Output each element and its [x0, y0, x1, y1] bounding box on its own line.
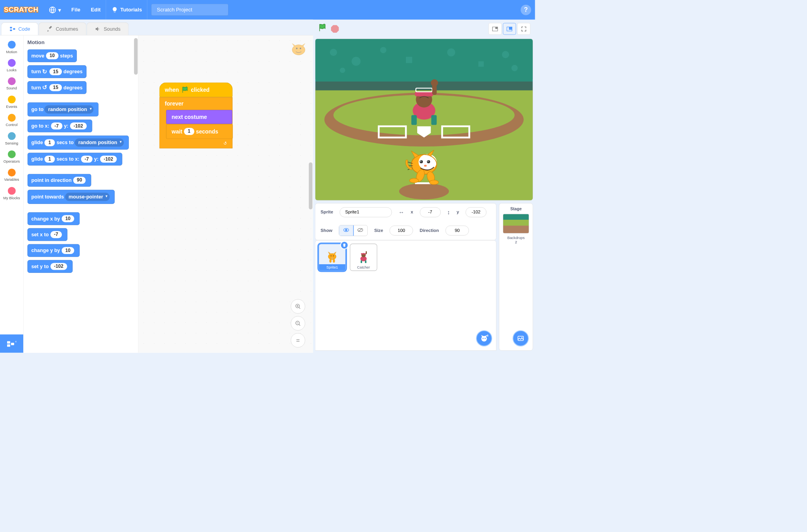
svg-point-59: [331, 256, 331, 256]
tab-code[interactable]: Code: [1, 22, 38, 35]
script-stack[interactable]: when clicked forever next costume wait: [159, 83, 232, 148]
point-towards-dropdown[interactable]: mouse-pointer: [65, 193, 110, 201]
svg-point-62: [333, 259, 335, 263]
direction-input[interactable]: [445, 226, 469, 235]
category-sound[interactable]: Sound: [0, 75, 23, 93]
svg-point-74: [521, 337, 522, 338]
project-title-input[interactable]: [151, 4, 229, 16]
add-extension-button[interactable]: +: [0, 334, 23, 352]
stage-selector[interactable]: Stage Backdrops 2: [499, 203, 533, 351]
svg-rect-14: [496, 27, 498, 29]
y-label: y: [457, 209, 459, 215]
svg-rect-49: [406, 57, 412, 63]
block-change-y[interactable]: change y by 10: [28, 244, 80, 257]
category-looks[interactable]: Looks: [0, 56, 23, 74]
svg-point-41: [424, 165, 427, 167]
workspace-scrollbar[interactable]: [309, 162, 312, 209]
block-wait[interactable]: wait 1 seconds: [166, 124, 233, 139]
svg-point-58: [328, 254, 336, 260]
editor-tabs: Code Costumes Sounds: [0, 20, 313, 35]
extension-icon: +: [7, 340, 17, 348]
category-variables[interactable]: Variables: [0, 166, 23, 184]
show-visible-button[interactable]: [339, 225, 353, 236]
svg-rect-2: [10, 30, 12, 31]
cat-face-icon: +: [480, 334, 488, 343]
sprite-tile-sprite1[interactable]: Sprite1: [318, 244, 346, 271]
size-input[interactable]: [390, 226, 413, 235]
svg-point-37: [420, 160, 423, 163]
language-menu[interactable]: ▾: [44, 0, 66, 20]
y-input[interactable]: [466, 207, 487, 217]
svg-point-39: [427, 160, 430, 163]
svg-point-50: [447, 48, 456, 56]
main-area: Code Costumes Sounds Motion Looks Sound …: [0, 20, 535, 353]
fullscreen-button[interactable]: [517, 23, 530, 35]
block-forever[interactable]: forever next costume wait 1 seconds ↻: [159, 97, 232, 148]
scratch-logo[interactable]: SCRATCH: [4, 6, 39, 14]
block-set-x[interactable]: set x to -7: [28, 228, 67, 241]
block-when-flag-clicked[interactable]: when clicked: [159, 83, 232, 97]
block-change-x[interactable]: change x by 10: [28, 212, 80, 225]
category-control[interactable]: Control: [0, 111, 23, 129]
tab-sounds[interactable]: Sounds: [87, 22, 128, 35]
sprite-tile-catcher[interactable]: Catcher: [350, 244, 377, 271]
tab-costumes[interactable]: Costumes: [39, 22, 86, 35]
svg-rect-28: [415, 92, 433, 96]
category-myblocks[interactable]: My Blocks: [0, 184, 23, 202]
block-goto-random[interactable]: go to random position: [28, 102, 99, 117]
delete-sprite-button[interactable]: [340, 241, 348, 249]
svg-point-40: [428, 161, 428, 161]
script-workspace[interactable]: when clicked forever next costume wait: [138, 35, 313, 353]
stage-canvas[interactable]: [315, 39, 533, 200]
svg-rect-65: [361, 253, 366, 254]
block-point-direction[interactable]: point in direction 90: [28, 174, 91, 187]
turn-ccw-icon: ↺: [42, 84, 47, 91]
stop-button[interactable]: [331, 25, 339, 33]
svg-point-56: [346, 229, 347, 231]
svg-point-52: [502, 51, 509, 58]
svg-rect-51: [478, 61, 484, 67]
palette-scrollbar[interactable]: [134, 38, 138, 75]
goto-dropdown[interactable]: random position: [45, 105, 94, 113]
glide-dropdown[interactable]: random position: [75, 138, 124, 146]
add-sprite-button[interactable]: +: [476, 330, 492, 347]
zoom-in-button[interactable]: [291, 299, 305, 313]
block-turn-cw[interactable]: turn ↻ 15 degrees: [28, 65, 87, 78]
svg-rect-31: [431, 115, 437, 125]
category-events[interactable]: Events: [0, 93, 23, 111]
show-hidden-button[interactable]: [353, 225, 368, 236]
stage-large-button[interactable]: [503, 23, 516, 35]
block-turn-ccw[interactable]: turn ↺ 15 degrees: [28, 81, 87, 94]
help-button[interactable]: ?: [521, 5, 531, 15]
svg-point-61: [329, 259, 331, 263]
sprite-thumbnail-icon: [356, 250, 370, 264]
sprite-info: Sprite ↔ x ↕ y Show Size Di: [315, 203, 496, 240]
category-operators[interactable]: Operators: [0, 148, 23, 166]
block-goto-xy[interactable]: go to x: -7 y: -102: [28, 120, 92, 132]
svg-rect-67: [365, 260, 366, 263]
block-palette[interactable]: Motion move 10 steps turn ↻ 15 degrees t…: [24, 35, 139, 353]
backdrops-label: Backdrops: [507, 235, 524, 240]
block-move-steps[interactable]: move 10 steps: [28, 49, 77, 62]
block-next-costume[interactable]: next costume: [166, 110, 232, 124]
zoom-out-button[interactable]: [291, 316, 305, 330]
zoom-reset-button[interactable]: =: [291, 333, 305, 347]
category-motion[interactable]: Motion: [0, 38, 23, 56]
chevron-down-icon: ▾: [58, 7, 61, 13]
block-glide-xy[interactable]: glide 1 secs to x: -7 y: -102: [28, 153, 123, 165]
edit-menu[interactable]: Edit: [86, 0, 106, 20]
tutorials-button[interactable]: Tutorials: [106, 0, 147, 20]
block-set-y[interactable]: set y to -102: [28, 260, 73, 272]
file-menu[interactable]: File: [66, 0, 86, 20]
block-point-towards[interactable]: point towards mouse-pointer: [28, 190, 115, 204]
stage-small-button[interactable]: [489, 23, 502, 35]
backdrop-thumbnail[interactable]: [503, 214, 529, 234]
add-backdrop-button[interactable]: [513, 330, 529, 347]
x-input[interactable]: [420, 207, 441, 217]
svg-point-46: [330, 49, 337, 56]
category-sensing[interactable]: Sensing: [0, 130, 23, 148]
sprite-name-input[interactable]: [340, 207, 392, 217]
sprite-stage-row: Sprite ↔ x ↕ y Show Size Di: [315, 203, 533, 351]
block-glide-random[interactable]: glide 1 secs to random position: [28, 135, 129, 150]
green-flag-button[interactable]: [318, 23, 327, 35]
